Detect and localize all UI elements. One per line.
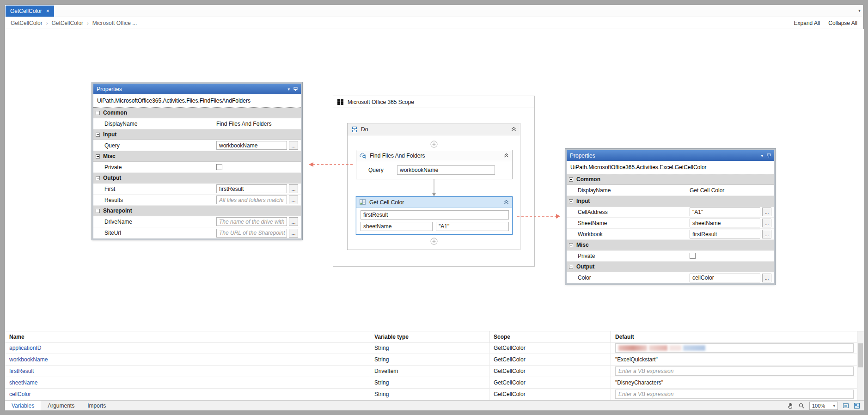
celladdress-input[interactable]: "A1" (690, 208, 760, 216)
breadcrumb-item-workflow[interactable]: GetCellColor (51, 20, 83, 26)
collapse-section-icon[interactable] (96, 133, 100, 137)
designer-canvas[interactable]: Properties ▾ UiPath.MicrosoftOffice365.A… (5, 29, 864, 331)
celladdress-expression-input[interactable]: "A1" (436, 222, 509, 231)
section-output[interactable]: Output (567, 262, 774, 272)
collapse-section-icon[interactable] (569, 243, 573, 247)
overview-map-icon[interactable] (854, 403, 860, 409)
do-sequence-header[interactable]: Do (348, 123, 520, 135)
siteurl-input[interactable]: The URL of the Sharepoint (216, 229, 287, 238)
pin-icon[interactable] (767, 153, 771, 158)
section-input[interactable]: Input (567, 196, 774, 207)
siteurl-browse-button[interactable]: ... (289, 229, 298, 238)
do-sequence[interactable]: Do Find Files And Folders Query workbook… (347, 123, 520, 250)
variable-name[interactable]: workbookName (5, 354, 370, 365)
find-files-activity[interactable]: Find Files And Folders Query workbookNam… (356, 150, 513, 179)
variable-scope[interactable]: GetCellColor (489, 366, 611, 377)
properties-titlebar[interactable]: Properties ▾ (93, 84, 301, 94)
tab-overflow-caret-icon[interactable]: ▾ (858, 8, 861, 13)
get-cell-color-activity[interactable]: Get Cell Color firstResult sheetName "A1… (356, 196, 513, 235)
column-header-scope[interactable]: Scope (489, 331, 611, 342)
collapse-chevron-icon[interactable] (511, 127, 516, 131)
tab-variables[interactable]: Variables (5, 401, 41, 410)
variable-row[interactable]: applicationID String GetCellColor (5, 342, 864, 354)
displayname-value[interactable]: Get Cell Color (690, 187, 724, 194)
variable-default-value[interactable]: "ExcelQuickstart" (615, 356, 658, 363)
collapse-chevron-icon[interactable] (504, 153, 509, 158)
pin-icon[interactable] (293, 87, 298, 91)
variable-row[interactable]: workbookName String GetCellColor "ExcelQ… (5, 354, 864, 366)
drivename-input[interactable]: The name of the drive with (216, 217, 287, 226)
tab-arguments[interactable]: Arguments (41, 401, 81, 410)
add-activity-button[interactable] (430, 140, 438, 148)
collapse-section-icon[interactable] (569, 177, 573, 182)
section-sharepoint[interactable]: Sharepoint (93, 206, 301, 216)
tab-imports[interactable]: Imports (81, 401, 112, 410)
first-input[interactable]: firstResult (216, 184, 287, 193)
variable-name[interactable]: sheetName (5, 377, 370, 388)
variable-name[interactable]: firstResult (5, 366, 370, 377)
variable-type[interactable]: String (370, 354, 489, 365)
query-input[interactable]: workbookName (216, 141, 287, 150)
private-checkbox[interactable] (690, 253, 696, 259)
variable-name[interactable]: cellColor (5, 389, 370, 400)
scrollbar-thumb[interactable] (858, 343, 863, 367)
collapse-section-icon[interactable] (96, 176, 100, 180)
color-input[interactable]: cellColor (690, 274, 760, 282)
variable-scope[interactable]: GetCellColor (489, 377, 611, 388)
sheetname-expression-input[interactable]: sheetName (361, 222, 433, 231)
variable-type[interactable]: DriveItem (370, 366, 489, 377)
private-checkbox[interactable] (216, 164, 222, 170)
section-output[interactable]: Output (93, 173, 301, 183)
variable-default-input[interactable]: Enter a VB expression (615, 390, 854, 399)
collapse-section-icon[interactable] (96, 154, 100, 159)
find-files-header[interactable]: Find Files And Folders (356, 150, 512, 161)
collapse-all-button[interactable]: Collapse All (828, 20, 857, 26)
dock-menu-icon[interactable]: ▾ (287, 87, 290, 92)
zoom-level-dropdown[interactable]: 100% ▾ (809, 402, 838, 410)
properties-titlebar[interactable]: Properties ▾ (567, 150, 774, 161)
section-misc[interactable]: Misc (93, 151, 301, 162)
celladdress-browse-button[interactable]: ... (762, 208, 771, 216)
breadcrumb-item-scope[interactable]: Microsoft Office ... (92, 20, 137, 26)
collapse-section-icon[interactable] (569, 199, 573, 203)
section-misc[interactable]: Misc (567, 240, 774, 250)
variable-row[interactable]: sheetName String GetCellColor "DisneyCha… (5, 377, 864, 389)
column-header-type[interactable]: Variable type (370, 331, 489, 342)
collapse-section-icon[interactable] (96, 111, 100, 115)
results-input[interactable]: All files and folders matchi (216, 195, 287, 204)
workbook-input[interactable]: firstResult (690, 230, 760, 238)
variable-default-input[interactable]: Enter a VB expression (615, 366, 854, 376)
first-browse-button[interactable]: ... (289, 184, 298, 193)
section-common[interactable]: Common (567, 174, 774, 185)
variable-scope[interactable]: GetCellColor (489, 389, 611, 400)
variable-type[interactable]: String (370, 389, 489, 400)
fit-to-screen-icon[interactable] (843, 403, 849, 409)
close-tab-icon[interactable]: × (46, 8, 49, 14)
breadcrumb-item-root[interactable]: GetCellColor (11, 20, 43, 26)
variable-type[interactable]: String (370, 377, 489, 388)
workbook-browse-button[interactable]: ... (762, 230, 771, 238)
variable-row[interactable]: cellColor String GetCellColor Enter a VB… (5, 389, 864, 400)
column-header-default[interactable]: Default (611, 331, 856, 342)
sheetname-browse-button[interactable]: ... (762, 219, 771, 227)
zoom-magnifier-icon[interactable] (798, 403, 805, 409)
drivename-browse-button[interactable]: ... (289, 217, 298, 226)
section-common[interactable]: Common (93, 108, 301, 118)
collapse-section-icon[interactable] (569, 265, 573, 269)
collapse-chevron-icon[interactable] (504, 200, 509, 204)
workbook-expression-input[interactable]: firstResult (361, 210, 509, 220)
get-cell-color-header[interactable]: Get Cell Color (356, 197, 512, 208)
variable-scope[interactable]: GetCellColor (489, 342, 611, 354)
column-header-name[interactable]: Name (5, 331, 370, 342)
variable-row[interactable]: firstResult DriveItem GetCellColor Enter… (5, 366, 864, 377)
office365-scope-header[interactable]: Microsoft Office 365 Scope (333, 96, 534, 108)
results-browse-button[interactable]: ... (289, 195, 298, 204)
collapse-section-icon[interactable] (96, 209, 100, 213)
variables-scrollbar[interactable] (857, 331, 864, 401)
dock-menu-icon[interactable]: ▾ (761, 153, 763, 158)
variable-type[interactable]: String (370, 342, 489, 354)
expand-all-button[interactable]: Expand All (794, 20, 820, 26)
variable-default-input[interactable] (615, 343, 854, 353)
color-browse-button[interactable]: ... (762, 274, 771, 282)
office365-scope-activity[interactable]: Microsoft Office 365 Scope Do Find Files… (333, 96, 535, 267)
